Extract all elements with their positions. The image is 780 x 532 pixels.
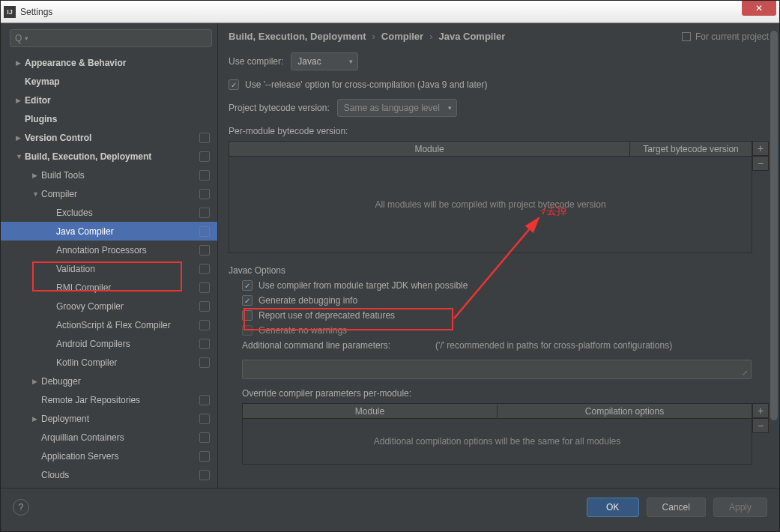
tree-item-remote-jar-repositories[interactable]: Remote Jar Repositories	[1, 390, 217, 409]
opt-target-jdk-checkbox[interactable]	[242, 280, 253, 291]
titlebar: IJ Settings ✕	[1, 1, 779, 23]
tree-item-kotlin-compiler[interactable]: Kotlin Compiler	[1, 353, 217, 372]
project-scope-icon	[199, 320, 210, 330]
search-input[interactable]: Q▾	[10, 29, 212, 47]
tree-item-application-servers[interactable]: Application Servers	[1, 447, 217, 465]
tree-item-label: Validation	[56, 264, 199, 274]
release-option-checkbox[interactable]	[229, 79, 239, 90]
tree-item-label: Compiler	[41, 189, 199, 199]
tree-item-label: ActionScript & Flex Compiler	[56, 320, 199, 330]
tree-item-label: Clouds	[41, 470, 199, 480]
use-compiler-combo[interactable]: Javac	[291, 52, 358, 70]
project-scope-icon	[199, 133, 210, 143]
opt-deprecated-label: Report use of deprecated features	[259, 310, 395, 321]
main-area: Q▾ ▶Appearance & BehaviorKeymap▶EditorPl…	[1, 23, 779, 488]
tree-item-editor[interactable]: ▶Editor	[1, 91, 217, 109]
tree-item-build-tools[interactable]: ▶Build Tools	[1, 166, 217, 184]
opt-no-warnings-checkbox[interactable]	[242, 325, 253, 336]
tree-arrow-icon: ▶	[32, 415, 41, 423]
tree-item-validation[interactable]: Validation	[1, 259, 217, 278]
override-table[interactable]: Module Compilation options Additional co…	[242, 403, 752, 465]
apply-button[interactable]: Apply	[713, 498, 767, 517]
project-scope-icon	[199, 395, 210, 405]
project-scope-icon	[199, 357, 210, 368]
tree-item-label: Kotlin Compiler	[56, 357, 199, 368]
tree-arrow-icon: ▶	[16, 59, 25, 67]
tree-item-arquillian-containers[interactable]: Arquillian Containers	[1, 428, 217, 447]
chevron-right-icon: ›	[429, 31, 432, 42]
tree-item-debugger[interactable]: ▶Debugger	[1, 372, 217, 390]
project-scope-icon	[199, 451, 210, 462]
project-scope-icon	[199, 170, 210, 181]
tree-item-label: Excludes	[56, 208, 199, 218]
col-module2: Module	[243, 405, 498, 418]
tree-arrow-icon: ▼	[16, 153, 25, 160]
project-scope-icon	[199, 301, 210, 312]
project-scope-icon	[199, 189, 210, 199]
project-scope-icon	[199, 432, 210, 443]
project-scope-icon	[199, 264, 210, 274]
tree-item-label: Build Tools	[41, 170, 199, 181]
tree-item-appearance-behavior[interactable]: ▶Appearance & Behavior	[1, 53, 217, 72]
tree-item-compiler[interactable]: ▼Compiler	[1, 184, 217, 203]
tree-item-actionscript-flex-compiler[interactable]: ActionScript & Flex Compiler	[1, 315, 217, 334]
tree-item-label: Java Compiler	[56, 226, 199, 237]
cmdline-input[interactable]: ⤢	[242, 360, 752, 379]
project-scope-icon	[199, 151, 210, 162]
cancel-button[interactable]: Cancel	[647, 498, 706, 517]
tree-item-plugins[interactable]: Plugins	[1, 109, 217, 128]
breadcrumb-3: Java Compiler	[439, 31, 506, 42]
tree-item-deployment[interactable]: ▶Deployment	[1, 409, 217, 428]
tree-arrow-icon: ▶	[32, 172, 41, 179]
tree-item-groovy-compiler[interactable]: Groovy Compiler	[1, 297, 217, 315]
tree-item-label: Debugger	[41, 376, 217, 387]
project-scope-icon	[199, 470, 210, 480]
col-module: Module	[229, 142, 630, 156]
tree-item-build-execution-deployment[interactable]: ▼Build, Execution, Deployment	[1, 147, 217, 166]
bytecode-version-combo[interactable]: Same as language level	[337, 99, 457, 117]
bytecode-version-label: Project bytecode version:	[229, 103, 330, 113]
tree-item-java-compiler[interactable]: Java Compiler	[1, 222, 217, 241]
tree-item-label: Remote Jar Repositories	[41, 395, 199, 405]
sidebar: Q▾ ▶Appearance & BehaviorKeymap▶EditorPl…	[1, 23, 218, 488]
remove-row-button-2[interactable]: −	[752, 418, 769, 433]
search-icon: Q	[15, 33, 22, 43]
add-row-button-2[interactable]: +	[752, 403, 769, 418]
opt-target-jdk-label: Use compiler from module target JDK when…	[259, 280, 468, 291]
tree-item-excludes[interactable]: Excludes	[1, 203, 217, 222]
tree-item-keymap[interactable]: Keymap	[1, 72, 217, 91]
opt-deprecated-checkbox[interactable]	[242, 310, 253, 321]
tree-item-android-compilers[interactable]: Android Compilers	[1, 334, 217, 353]
ok-button[interactable]: OK	[587, 498, 639, 517]
table-empty-text: All modules will be compiled with projec…	[229, 157, 752, 253]
table2-empty-text: Additional compilation options will be t…	[243, 419, 752, 464]
tree-item-label: Build, Execution, Deployment	[25, 151, 199, 162]
close-button[interactable]: ✕	[742, 1, 776, 16]
tree-arrow-icon: ▶	[32, 378, 41, 385]
expand-icon[interactable]: ⤢	[742, 369, 748, 377]
tree-item-clouds[interactable]: Clouds	[1, 465, 217, 484]
per-module-table[interactable]: Module Target bytecode version All modul…	[229, 141, 752, 253]
help-button[interactable]: ?	[13, 499, 29, 516]
remove-row-button[interactable]: −	[752, 156, 769, 171]
add-row-button[interactable]: +	[752, 141, 769, 156]
col-comp-options: Compilation options	[498, 405, 752, 418]
release-option-label: Use '--release' option for cross-compila…	[245, 79, 487, 90]
tree-item-label: Version Control	[25, 133, 199, 143]
window-title: Settings	[20, 7, 742, 17]
tree-item-label: Appearance & Behavior	[25, 58, 217, 68]
tree-item-label: Groovy Compiler	[56, 301, 199, 312]
app-icon: IJ	[4, 6, 16, 18]
tree-item-rmi-compiler[interactable]: RMI Compiler	[1, 278, 217, 297]
override-label: Override compiler parameters per-module:	[229, 388, 769, 399]
tree-item-label: Arquillian Containers	[41, 432, 199, 443]
opt-debug-info-checkbox[interactable]	[242, 295, 253, 306]
tree-item-version-control[interactable]: ▶Version Control	[1, 128, 217, 147]
settings-tree[interactable]: ▶Appearance & BehaviorKeymap▶EditorPlugi…	[1, 53, 217, 488]
chevron-right-icon: ›	[372, 31, 375, 42]
use-compiler-label: Use compiler:	[229, 56, 283, 67]
per-module-label: Per-module bytecode version:	[229, 126, 769, 136]
tree-item-annotation-processors[interactable]: Annotation Processors	[1, 241, 217, 259]
tree-item-label: Keymap	[25, 76, 217, 87]
project-scope-icon	[199, 414, 210, 424]
